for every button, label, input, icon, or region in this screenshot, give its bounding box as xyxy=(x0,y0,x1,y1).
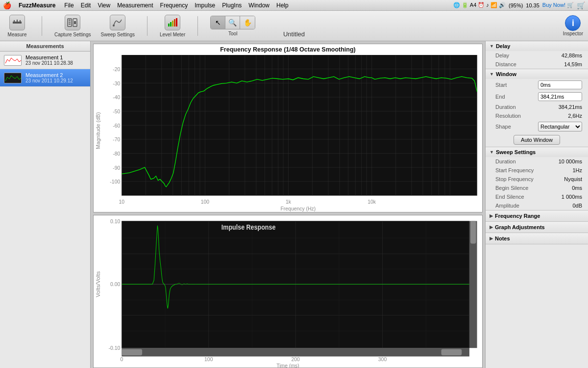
zoom-tool-button[interactable]: 🔍 xyxy=(225,16,240,29)
notes-arrow-icon: ▶ xyxy=(490,236,493,241)
svg-rect-1 xyxy=(14,20,15,22)
begin-silence-value: 0ms xyxy=(572,185,582,191)
shape-select[interactable]: Rectangular Hann Blackman Hamming xyxy=(538,122,582,131)
menu-plugins[interactable]: PlugIns xyxy=(219,2,245,9)
start-input[interactable] xyxy=(538,80,582,89)
duration2-label: Duration xyxy=(495,158,516,164)
menu-impulse[interactable]: Impulse xyxy=(191,2,219,9)
sweep-settings-section-label: Sweep Settings xyxy=(496,149,536,155)
svg-text:Magnitude (dB): Magnitude (dB) xyxy=(95,112,101,149)
distance-label: Distance xyxy=(495,61,516,67)
measure-label: Measure xyxy=(8,32,27,37)
measurement-thumb-1 xyxy=(4,55,22,66)
svg-text:-20: -20 xyxy=(113,66,120,72)
menu-frequency[interactable]: Frequency xyxy=(157,2,192,9)
resolution-row: Resolution 2,6Hz xyxy=(486,111,588,120)
main-container: Measurements Measurement 1 23 nov 2011 1… xyxy=(0,41,588,368)
measurement-thumb-2 xyxy=(4,73,22,83)
clock: 10.35 xyxy=(526,2,539,8)
menu-measurement[interactable]: Measurement xyxy=(114,2,156,9)
inspector-button[interactable]: i Inspector xyxy=(563,15,583,36)
svg-rect-3 xyxy=(20,20,21,22)
svg-text:0.00: 0.00 xyxy=(110,281,120,287)
sidebar-header: Measurements xyxy=(0,41,90,52)
svg-rect-0 xyxy=(13,22,22,24)
app-name[interactable]: FuzzMeasure xyxy=(15,2,59,9)
svg-rect-83 xyxy=(122,348,469,356)
freq-response-panel: -20 -30 -40 -50 -60 -70 -80 -90 -100 Mag… xyxy=(93,44,483,212)
graph-adj-label: Graph Adjustments xyxy=(495,224,545,230)
sweep-settings-button[interactable]: Sweep Settings xyxy=(101,15,135,37)
svg-text:0: 0 xyxy=(120,356,123,362)
end-silence-value: 1 000ms xyxy=(562,194,582,200)
svg-text:Impulse Response: Impulse Response xyxy=(221,223,275,231)
delay-label: Delay xyxy=(495,53,509,58)
capture-settings-button[interactable]: Capture Settings xyxy=(54,15,91,37)
delay-section-header[interactable]: ▼ Delay xyxy=(486,41,588,51)
tool-button-group: ↖ 🔍 ✋ xyxy=(210,16,255,29)
measurement-item-2[interactable]: Measurement 2 23 nov 2011 10.29.12 xyxy=(0,69,90,87)
notes-section-header[interactable]: ▶ Notes xyxy=(486,233,588,244)
svg-text:-90: -90 xyxy=(113,164,120,170)
buy-cart-icon[interactable]: 🛒 xyxy=(577,1,585,9)
duration-row: Duration 384,21ms xyxy=(486,103,588,111)
measurement-item-1[interactable]: Measurement 1 23 nov 2011 10.28.38 xyxy=(0,52,90,69)
end-row: End xyxy=(486,91,588,103)
inspector-icon-btn[interactable]: i Inspector xyxy=(563,15,583,36)
menu-view[interactable]: View xyxy=(94,2,114,9)
sweep-settings-section-header[interactable]: ▼ Sweep Settings xyxy=(486,147,588,157)
sidebar: Measurements Measurement 1 23 nov 2011 1… xyxy=(0,41,91,368)
sweep-settings-arrow-icon: ▼ xyxy=(490,150,494,155)
menu-window[interactable]: Window xyxy=(245,2,273,9)
svg-text:1k: 1k xyxy=(286,199,292,205)
menu-file[interactable]: File xyxy=(61,2,77,9)
chart-container: -20 -30 -40 -50 -60 -70 -80 -90 -100 Mag… xyxy=(91,41,485,368)
inspector-panel: ▼ Delay Delay 42,88ms Distance 14,59m ▼ … xyxy=(485,41,588,368)
svg-text:200: 200 xyxy=(291,356,299,362)
svg-rect-9 xyxy=(74,21,76,24)
distance-row: Distance 14,59m xyxy=(486,60,588,69)
duration2-row: Duration 10 000ms xyxy=(486,157,588,166)
begin-silence-label: Begin Silence xyxy=(495,185,528,191)
pan-tool-button[interactable]: ✋ xyxy=(240,16,255,29)
svg-text:Frequency (Hz): Frequency (Hz) xyxy=(280,206,316,211)
delay-section-label: Delay xyxy=(496,43,510,49)
apple-menu[interactable]: 🍎 xyxy=(3,1,11,9)
svg-text:-0.10: -0.10 xyxy=(108,344,120,351)
svg-text:10: 10 xyxy=(119,199,125,205)
freq-range-label: Frequency Range xyxy=(495,213,540,219)
window-section-header[interactable]: ▼ Window xyxy=(486,69,588,79)
svg-rect-11 xyxy=(168,24,170,26)
svg-point-10 xyxy=(113,25,115,26)
stop-freq-label: Stop Frequency xyxy=(495,176,534,182)
window-arrow-icon: ▼ xyxy=(490,72,494,77)
freq-range-section-header[interactable]: ▶ Frequency Range xyxy=(486,210,588,222)
level-meter-button[interactable]: Level Meter xyxy=(160,15,185,37)
end-input[interactable] xyxy=(538,92,582,101)
svg-rect-6 xyxy=(69,22,71,23)
impulse-response-svg: 0.10 0.00 -0.10 Volts/Volts 0 100 200 30… xyxy=(94,215,482,368)
window-section: ▼ Window Start End Duration 384,21ms Res… xyxy=(486,69,588,147)
amplitude-row: Amplitude 0dB xyxy=(486,201,588,210)
battery-status: (95%) xyxy=(509,2,523,8)
buy-now[interactable]: Buy Now! 🛒 xyxy=(542,2,574,8)
amplitude-label: Amplitude xyxy=(495,203,519,209)
auto-window-button[interactable]: Auto Window xyxy=(514,135,560,145)
svg-text:-70: -70 xyxy=(113,136,120,142)
pointer-tool-button[interactable]: ↖ xyxy=(211,16,225,29)
menu-edit[interactable]: Edit xyxy=(77,2,95,9)
menu-help[interactable]: Help xyxy=(273,2,292,9)
duration-value: 384,21ms xyxy=(559,104,582,110)
capture-settings-icon xyxy=(65,15,80,30)
svg-text:Time (ms): Time (ms) xyxy=(276,363,299,368)
start-freq-label: Start Frequency xyxy=(495,167,534,173)
toolbar: Measure Capture Settings xyxy=(0,11,588,41)
svg-rect-2 xyxy=(17,20,18,22)
svg-text:10k: 10k xyxy=(368,199,376,205)
distance-value: 14,59m xyxy=(564,61,582,67)
graph-adj-section-header[interactable]: ▶ Graph Adjustments xyxy=(486,222,588,233)
svg-rect-14 xyxy=(174,19,175,26)
measurement-name-1: Measurement 1 xyxy=(25,54,86,60)
tool-label: Tool xyxy=(228,31,237,36)
measure-button[interactable]: Measure xyxy=(5,15,29,37)
